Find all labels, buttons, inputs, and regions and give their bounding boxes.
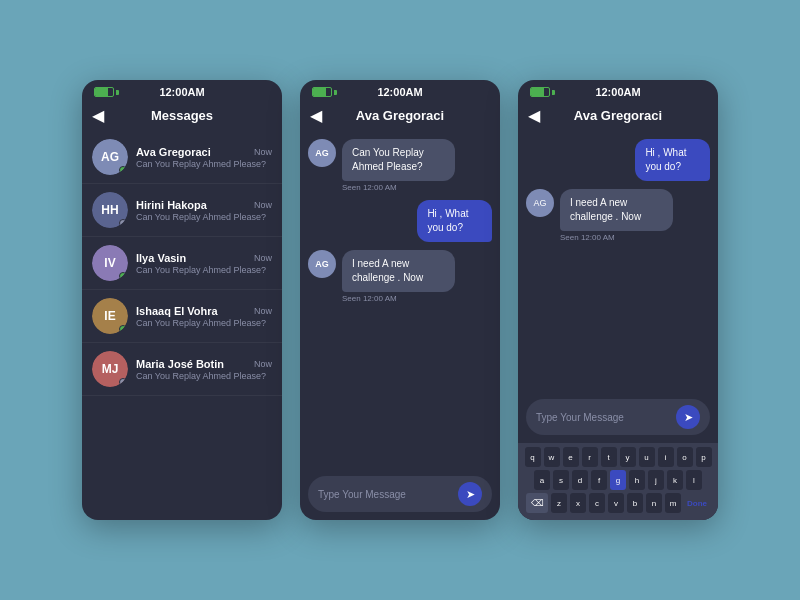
list-item[interactable]: AG Ava Gregoraci Now Can You Replay Ahme…: [82, 131, 282, 184]
battery-icon-2: [312, 87, 337, 97]
message-input-placeholder-3[interactable]: Type Your Message: [536, 412, 676, 423]
key-i[interactable]: i: [658, 447, 674, 467]
send-button-3[interactable]: ➤: [676, 405, 700, 429]
keyboard-row-2: a s d f g h j k l: [522, 470, 714, 490]
status-time-2: 12:00AM: [377, 86, 422, 98]
status-bar-2: 12:00AM: [300, 80, 500, 104]
message-time: Now: [254, 200, 272, 210]
key-x[interactable]: x: [570, 493, 586, 513]
avatar: HH: [92, 192, 128, 228]
key-y[interactable]: y: [620, 447, 636, 467]
chat-body-2: AG Can You Replay Ahmed Please? Seen 12:…: [300, 131, 500, 468]
screen-header-1: ◀ Messages: [82, 104, 282, 131]
chat-bubble-received: I need A new challenge . Now: [560, 189, 673, 231]
contact-name: Ishaaq El Vohra: [136, 305, 218, 317]
key-s[interactable]: s: [553, 470, 569, 490]
key-r[interactable]: r: [582, 447, 598, 467]
key-z[interactable]: z: [551, 493, 567, 513]
key-done[interactable]: Done: [684, 493, 710, 513]
message-preview: Can You Replay Ahmed Please?: [136, 318, 272, 328]
key-j[interactable]: j: [648, 470, 664, 490]
key-b[interactable]: b: [627, 493, 643, 513]
screens-container: 12:00AM ◀ Messages AG Ava Gregoraci Now …: [82, 80, 718, 520]
chat-message-sent-1: Hi , What you do?: [393, 200, 492, 242]
key-d[interactable]: d: [572, 470, 588, 490]
key-backspace[interactable]: ⌫: [526, 493, 548, 513]
key-m[interactable]: m: [665, 493, 681, 513]
key-c[interactable]: c: [589, 493, 605, 513]
message-input-bar-3: Type Your Message ➤: [518, 391, 718, 443]
send-button-2[interactable]: ➤: [458, 482, 482, 506]
screen-chat-keyboard: 12:00AM ◀ Ava Gregoraci Hi , What you do…: [518, 80, 718, 520]
key-l[interactable]: l: [686, 470, 702, 490]
chat-message-received: AG I need A new challenge . Now Seen 12:…: [526, 189, 710, 242]
keyboard: q w e r t y u i o p a s d f g h j k l: [518, 443, 718, 520]
chat-avatar: AG: [526, 189, 554, 217]
list-item[interactable]: HH Hirini Hakopa Now Can You Replay Ahme…: [82, 184, 282, 237]
keyboard-row-1: q w e r t y u i o p: [522, 447, 714, 467]
message-preview: Can You Replay Ahmed Please?: [136, 212, 272, 222]
chat-avatar: AG: [308, 139, 336, 167]
chat-message-sent: Hi , What you do?: [611, 139, 710, 181]
key-n[interactable]: n: [646, 493, 662, 513]
back-arrow-3[interactable]: ◀: [528, 106, 540, 125]
key-f[interactable]: f: [591, 470, 607, 490]
screen-header-2: ◀ Ava Gregoraci: [300, 104, 500, 131]
key-k[interactable]: k: [667, 470, 683, 490]
message-input-placeholder[interactable]: Type Your Message: [318, 489, 458, 500]
message-info: Ishaaq El Vohra Now Can You Replay Ahmed…: [136, 305, 272, 328]
key-p[interactable]: p: [696, 447, 712, 467]
key-e[interactable]: e: [563, 447, 579, 467]
message-time: Now: [254, 147, 272, 157]
screen-chat: 12:00AM ◀ Ava Gregoraci AG Can You Repla…: [300, 80, 500, 520]
key-g[interactable]: g: [610, 470, 626, 490]
message-preview: Can You Replay Ahmed Please?: [136, 265, 272, 275]
message-info: Ava Gregoraci Now Can You Replay Ahmed P…: [136, 146, 272, 169]
key-u[interactable]: u: [639, 447, 655, 467]
avatar: MJ: [92, 351, 128, 387]
key-q[interactable]: q: [525, 447, 541, 467]
chat-bubble-received: Can You Replay Ahmed Please?: [342, 139, 455, 181]
chat-bubble-received: I need A new challenge . Now: [342, 250, 455, 292]
avatar: IE: [92, 298, 128, 334]
chat-body-3: Hi , What you do? AG I need A new challe…: [518, 131, 718, 391]
key-a[interactable]: a: [534, 470, 550, 490]
chat-message-received-2: AG I need A new challenge . Now Seen 12:…: [308, 250, 492, 303]
message-time: Now: [254, 306, 272, 316]
battery-icon-1: [94, 87, 119, 97]
key-w[interactable]: w: [544, 447, 560, 467]
key-h[interactable]: h: [629, 470, 645, 490]
back-arrow-2[interactable]: ◀: [310, 106, 322, 125]
key-v[interactable]: v: [608, 493, 624, 513]
message-time: Now: [254, 253, 272, 263]
list-item[interactable]: MJ Maria José Botin Now Can You Replay A…: [82, 343, 282, 396]
key-t[interactable]: t: [601, 447, 617, 467]
message-preview: Can You Replay Ahmed Please?: [136, 159, 272, 169]
list-item[interactable]: IE Ishaaq El Vohra Now Can You Replay Ah…: [82, 290, 282, 343]
messages-list: AG Ava Gregoraci Now Can You Replay Ahme…: [82, 131, 282, 520]
input-row-3[interactable]: Type Your Message ➤: [526, 399, 710, 435]
contact-name: Ilya Vasin: [136, 252, 186, 264]
avatar: IV: [92, 245, 128, 281]
message-time: Now: [254, 359, 272, 369]
send-icon-2: ➤: [466, 488, 475, 501]
battery-icon-3: [530, 87, 555, 97]
key-o[interactable]: o: [677, 447, 693, 467]
send-icon-3: ➤: [684, 411, 693, 424]
message-info: Hirini Hakopa Now Can You Replay Ahmed P…: [136, 199, 272, 222]
screen-title-2: Ava Gregoraci: [356, 108, 444, 123]
screen-title-3: Ava Gregoraci: [574, 108, 662, 123]
contact-name: Ava Gregoraci: [136, 146, 211, 158]
chat-bubble-sent: Hi , What you do?: [417, 200, 492, 242]
keyboard-row-3: ⌫ z x c v b n m Done: [522, 493, 714, 513]
back-arrow-1[interactable]: ◀: [92, 106, 104, 125]
seen-label: Seen 12:00 AM: [342, 294, 397, 303]
contact-name: Maria José Botin: [136, 358, 224, 370]
screen-title-1: Messages: [151, 108, 213, 123]
list-item[interactable]: IV Ilya Vasin Now Can You Replay Ahmed P…: [82, 237, 282, 290]
message-preview: Can You Replay Ahmed Please?: [136, 371, 272, 381]
chat-message-received-1: AG Can You Replay Ahmed Please? Seen 12:…: [308, 139, 492, 192]
status-bar-3: 12:00AM: [518, 80, 718, 104]
input-row-2[interactable]: Type Your Message ➤: [308, 476, 492, 512]
seen-label: Seen 12:00 AM: [342, 183, 397, 192]
